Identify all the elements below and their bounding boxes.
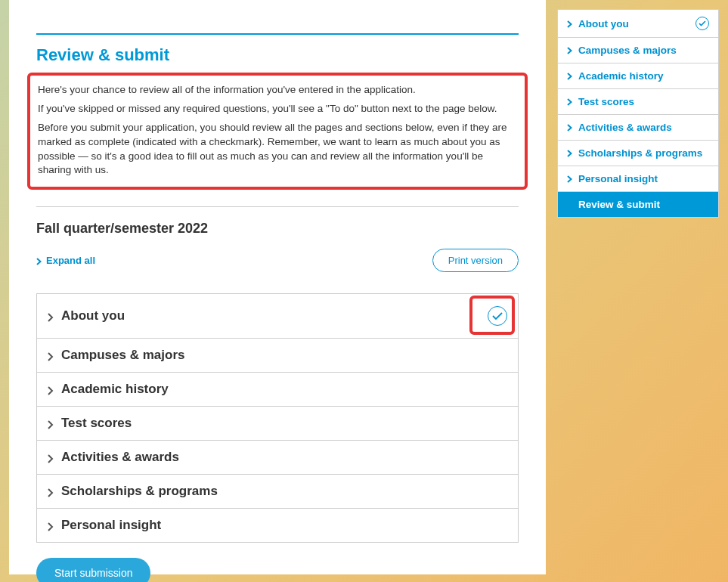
accordion-row-personal-insight[interactable]: Personal insight <box>37 509 518 542</box>
chevron-right-icon <box>48 310 54 322</box>
accordion-row-campuses-majors[interactable]: Campuses & majors <box>37 339 518 373</box>
chevron-right-icon <box>567 174 572 184</box>
chevron-right-icon <box>567 97 572 107</box>
nav-item-test-scores[interactable]: Test scores <box>558 89 718 115</box>
nav-label: Review & submit <box>578 199 660 210</box>
nav-label: Campuses & majors <box>578 45 677 56</box>
nav-item-scholarships-programs[interactable]: Scholarships & programs <box>558 141 718 166</box>
nav-item-about-you[interactable]: About you <box>558 10 718 38</box>
chevron-right-icon <box>48 349 54 361</box>
term-title: Fall quarter/semester 2022 <box>36 221 519 237</box>
nav-item-activities-awards[interactable]: Activities & awards <box>558 115 718 141</box>
top-rule <box>36 33 519 35</box>
accordion-row-test-scores[interactable]: Test scores <box>37 407 518 441</box>
complete-indicator <box>695 17 709 30</box>
chevron-right-icon <box>567 148 572 159</box>
intro-paragraph-1: Here's your chance to review all of the … <box>38 83 517 98</box>
print-version-button[interactable]: Print version <box>432 249 519 272</box>
nav-label: About you <box>578 18 629 29</box>
page-title: Review & submit <box>36 45 519 65</box>
chevron-right-icon <box>48 383 54 395</box>
accordion-label: Academic history <box>61 382 169 397</box>
chevron-right-icon <box>567 122 572 133</box>
chevron-right-icon <box>48 417 54 429</box>
nav-item-campuses-majors[interactable]: Campuses & majors <box>558 38 718 63</box>
start-submission-button[interactable]: Start submission <box>36 558 150 582</box>
divider <box>36 206 519 207</box>
chevron-right-icon <box>36 255 42 266</box>
nav-item-review-submit[interactable]: Review & submit <box>558 192 718 217</box>
expand-all-label: Expand all <box>46 255 95 266</box>
accordion-label: Activities & awards <box>61 450 179 465</box>
main-panel: Review & submit Here's your chance to re… <box>9 0 546 574</box>
chevron-right-icon <box>48 485 54 497</box>
accordion-label: Personal insight <box>61 518 161 533</box>
accordion-label: Test scores <box>61 416 132 431</box>
nav-item-personal-insight[interactable]: Personal insight <box>558 166 718 192</box>
chevron-right-icon <box>48 451 54 463</box>
intro-paragraph-3: Before you submit your application, you … <box>38 121 517 178</box>
accordion-row-about-you[interactable]: About you <box>37 294 518 339</box>
checkmark-circle-icon <box>488 306 507 326</box>
accordion-row-academic-history[interactable]: Academic history <box>37 373 518 407</box>
chevron-right-icon <box>567 71 572 82</box>
accordion-label: About you <box>61 308 125 324</box>
expand-all-link[interactable]: Expand all <box>36 255 95 266</box>
checkmark-circle-icon <box>695 17 709 30</box>
accordion-label: Campuses & majors <box>61 348 184 363</box>
chevron-right-icon <box>567 18 572 29</box>
nav-label: Activities & awards <box>578 122 672 133</box>
accordion-row-scholarships-programs[interactable]: Scholarships & programs <box>37 475 518 509</box>
nav-label: Test scores <box>578 96 634 107</box>
accordion-row-activities-awards[interactable]: Activities & awards <box>37 441 518 475</box>
accordion: About you Campuses & majors Academic his… <box>36 293 519 543</box>
accordion-label: Scholarships & programs <box>61 484 218 499</box>
nav-item-academic-history[interactable]: Academic history <box>558 63 718 89</box>
intro-paragraph-2: If you've skipped or missed any required… <box>38 102 517 116</box>
nav-label: Personal insight <box>578 173 658 184</box>
nav-label: Scholarships & programs <box>578 147 702 159</box>
toolbar-row: Expand all Print version <box>36 249 519 272</box>
intro-highlight-box: Here's your chance to review all of the … <box>27 73 528 190</box>
side-navigation: About you Campuses & majors Academic his… <box>557 9 719 218</box>
complete-indicator <box>488 306 507 326</box>
chevron-right-icon <box>567 45 572 56</box>
nav-label: Academic history <box>578 70 664 82</box>
chevron-right-icon <box>48 519 54 531</box>
